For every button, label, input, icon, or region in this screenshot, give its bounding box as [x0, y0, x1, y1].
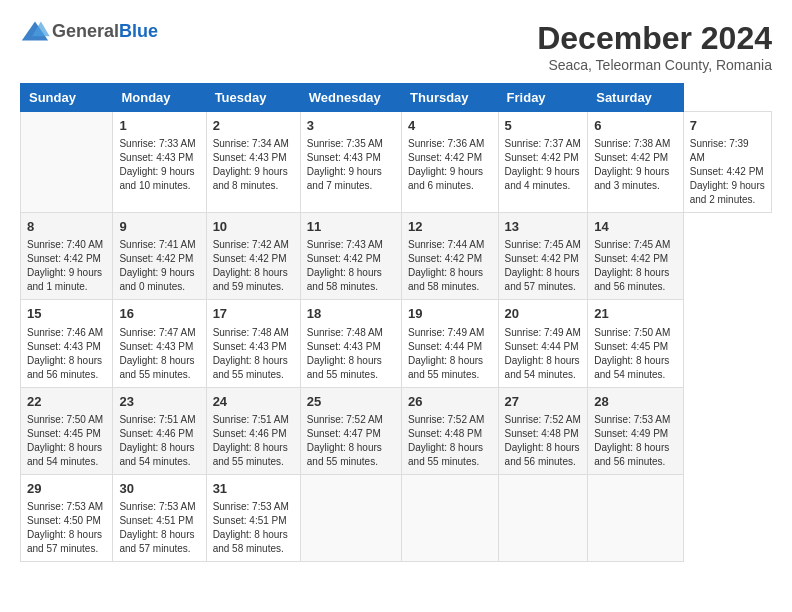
calendar-cell: 4Sunrise: 7:36 AMSunset: 4:42 PMDaylight…	[402, 112, 499, 213]
day-number: 30	[119, 480, 199, 498]
cell-line: Sunrise: 7:40 AM	[27, 238, 106, 252]
cell-line: Sunset: 4:42 PM	[690, 165, 765, 179]
col-friday: Friday	[498, 84, 588, 112]
cell-content: 20Sunrise: 7:49 AMSunset: 4:44 PMDayligh…	[505, 305, 582, 381]
cell-line: Sunset: 4:43 PM	[27, 340, 106, 354]
calendar-cell	[300, 474, 401, 561]
cell-content: 29Sunrise: 7:53 AMSunset: 4:50 PMDayligh…	[27, 480, 106, 556]
calendar-week-row: 15Sunrise: 7:46 AMSunset: 4:43 PMDayligh…	[21, 300, 772, 387]
calendar-cell: 11Sunrise: 7:43 AMSunset: 4:42 PMDayligh…	[300, 213, 401, 300]
cell-content: 14Sunrise: 7:45 AMSunset: 4:42 PMDayligh…	[594, 218, 677, 294]
calendar-cell: 31Sunrise: 7:53 AMSunset: 4:51 PMDayligh…	[206, 474, 300, 561]
cell-line: Sunset: 4:47 PM	[307, 427, 395, 441]
cell-line: Sunrise: 7:37 AM	[505, 137, 582, 151]
cell-line: Daylight: 8 hours and 54 minutes.	[505, 354, 582, 382]
calendar-cell	[588, 474, 684, 561]
day-number: 24	[213, 393, 294, 411]
cell-line: Sunset: 4:44 PM	[408, 340, 492, 354]
cell-content: 7Sunrise: 7:39 AMSunset: 4:42 PMDaylight…	[690, 117, 765, 207]
calendar-cell: 18Sunrise: 7:48 AMSunset: 4:43 PMDayligh…	[300, 300, 401, 387]
day-number: 5	[505, 117, 582, 135]
calendar-cell: 21Sunrise: 7:50 AMSunset: 4:45 PMDayligh…	[588, 300, 684, 387]
cell-line: Daylight: 8 hours and 55 minutes.	[408, 441, 492, 469]
calendar-header-row: Sunday Monday Tuesday Wednesday Thursday…	[21, 84, 772, 112]
calendar-week-row: 29Sunrise: 7:53 AMSunset: 4:50 PMDayligh…	[21, 474, 772, 561]
day-number: 27	[505, 393, 582, 411]
cell-line: Sunrise: 7:51 AM	[119, 413, 199, 427]
day-number: 1	[119, 117, 199, 135]
calendar-cell: 12Sunrise: 7:44 AMSunset: 4:42 PMDayligh…	[402, 213, 499, 300]
page-header: GeneralBlue December 2024 Seaca, Teleorm…	[20, 20, 772, 73]
cell-line: Sunrise: 7:52 AM	[408, 413, 492, 427]
cell-content: 2Sunrise: 7:34 AMSunset: 4:43 PMDaylight…	[213, 117, 294, 193]
cell-line: Daylight: 9 hours and 7 minutes.	[307, 165, 395, 193]
calendar-cell: 5Sunrise: 7:37 AMSunset: 4:42 PMDaylight…	[498, 112, 588, 213]
cell-content: 16Sunrise: 7:47 AMSunset: 4:43 PMDayligh…	[119, 305, 199, 381]
cell-line: Sunset: 4:42 PM	[505, 151, 582, 165]
day-number: 3	[307, 117, 395, 135]
calendar-cell: 7Sunrise: 7:39 AMSunset: 4:42 PMDaylight…	[683, 112, 771, 213]
cell-line: Sunset: 4:51 PM	[213, 514, 294, 528]
calendar-cell: 25Sunrise: 7:52 AMSunset: 4:47 PMDayligh…	[300, 387, 401, 474]
cell-line: Sunrise: 7:41 AM	[119, 238, 199, 252]
cell-line: Daylight: 8 hours and 55 minutes.	[119, 354, 199, 382]
cell-line: Daylight: 8 hours and 55 minutes.	[307, 354, 395, 382]
calendar-cell: 6Sunrise: 7:38 AMSunset: 4:42 PMDaylight…	[588, 112, 684, 213]
day-number: 19	[408, 305, 492, 323]
cell-line: Daylight: 8 hours and 56 minutes.	[505, 441, 582, 469]
cell-content: 9Sunrise: 7:41 AMSunset: 4:42 PMDaylight…	[119, 218, 199, 294]
col-tuesday: Tuesday	[206, 84, 300, 112]
cell-content: 10Sunrise: 7:42 AMSunset: 4:42 PMDayligh…	[213, 218, 294, 294]
cell-line: Sunset: 4:48 PM	[505, 427, 582, 441]
cell-line: Sunset: 4:42 PM	[213, 252, 294, 266]
cell-line: Daylight: 9 hours and 3 minutes.	[594, 165, 677, 193]
calendar-cell: 30Sunrise: 7:53 AMSunset: 4:51 PMDayligh…	[113, 474, 206, 561]
cell-line: Daylight: 8 hours and 54 minutes.	[594, 354, 677, 382]
day-number: 13	[505, 218, 582, 236]
calendar-cell: 1Sunrise: 7:33 AMSunset: 4:43 PMDaylight…	[113, 112, 206, 213]
cell-line: Sunset: 4:51 PM	[119, 514, 199, 528]
cell-line: Sunrise: 7:50 AM	[594, 326, 677, 340]
day-number: 17	[213, 305, 294, 323]
calendar-cell: 26Sunrise: 7:52 AMSunset: 4:48 PMDayligh…	[402, 387, 499, 474]
cell-line: Sunset: 4:42 PM	[408, 151, 492, 165]
cell-content: 6Sunrise: 7:38 AMSunset: 4:42 PMDaylight…	[594, 117, 677, 193]
day-number: 8	[27, 218, 106, 236]
cell-line: Sunrise: 7:36 AM	[408, 137, 492, 151]
day-number: 21	[594, 305, 677, 323]
cell-line: Sunset: 4:46 PM	[213, 427, 294, 441]
day-number: 14	[594, 218, 677, 236]
cell-content: 1Sunrise: 7:33 AMSunset: 4:43 PMDaylight…	[119, 117, 199, 193]
day-number: 7	[690, 117, 765, 135]
day-number: 12	[408, 218, 492, 236]
cell-line: Sunrise: 7:53 AM	[213, 500, 294, 514]
cell-line: Daylight: 8 hours and 57 minutes.	[119, 528, 199, 556]
cell-line: Sunset: 4:43 PM	[307, 151, 395, 165]
calendar-cell: 29Sunrise: 7:53 AMSunset: 4:50 PMDayligh…	[21, 474, 113, 561]
cell-content: 18Sunrise: 7:48 AMSunset: 4:43 PMDayligh…	[307, 305, 395, 381]
title-area: December 2024 Seaca, Teleorman County, R…	[537, 20, 772, 73]
cell-line: Sunrise: 7:33 AM	[119, 137, 199, 151]
cell-line: Sunset: 4:42 PM	[408, 252, 492, 266]
cell-content: 17Sunrise: 7:48 AMSunset: 4:43 PMDayligh…	[213, 305, 294, 381]
cell-line: Daylight: 8 hours and 55 minutes.	[307, 441, 395, 469]
day-number: 11	[307, 218, 395, 236]
cell-line: Sunset: 4:45 PM	[594, 340, 677, 354]
cell-content: 24Sunrise: 7:51 AMSunset: 4:46 PMDayligh…	[213, 393, 294, 469]
day-number: 25	[307, 393, 395, 411]
logo-general: General	[52, 21, 119, 42]
cell-line: Daylight: 8 hours and 54 minutes.	[119, 441, 199, 469]
cell-content: 23Sunrise: 7:51 AMSunset: 4:46 PMDayligh…	[119, 393, 199, 469]
calendar-cell: 13Sunrise: 7:45 AMSunset: 4:42 PMDayligh…	[498, 213, 588, 300]
cell-line: Daylight: 8 hours and 56 minutes.	[27, 354, 106, 382]
calendar-cell	[402, 474, 499, 561]
col-saturday: Saturday	[588, 84, 684, 112]
cell-line: Daylight: 8 hours and 55 minutes.	[213, 441, 294, 469]
cell-line: Sunrise: 7:46 AM	[27, 326, 106, 340]
cell-line: Sunset: 4:43 PM	[213, 340, 294, 354]
col-sunday: Sunday	[21, 84, 113, 112]
cell-line: Sunset: 4:42 PM	[119, 252, 199, 266]
calendar-cell: 16Sunrise: 7:47 AMSunset: 4:43 PMDayligh…	[113, 300, 206, 387]
cell-line: Sunrise: 7:53 AM	[594, 413, 677, 427]
day-number: 20	[505, 305, 582, 323]
